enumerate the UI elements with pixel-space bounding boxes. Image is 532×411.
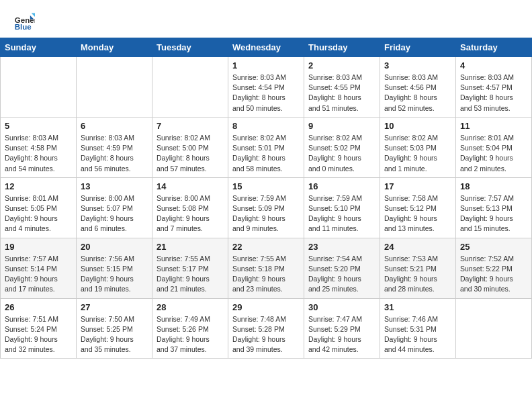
calendar-week-row: 26Sunrise: 7:51 AMSunset: 5:24 PMDayligh… (1, 298, 532, 359)
day-header-tuesday: Tuesday (152, 38, 228, 57)
day-number: 7 (157, 121, 224, 131)
day-info: Sunrise: 8:03 AMSunset: 4:55 PMDaylight:… (308, 73, 375, 113)
logo-icon: General Blue (13, 11, 35, 32)
day-number: 29 (232, 302, 300, 312)
day-info: Sunrise: 7:47 AMSunset: 5:29 PMDaylight:… (308, 314, 375, 355)
day-number: 23 (308, 242, 375, 252)
day-info: Sunrise: 8:02 AMSunset: 5:03 PMDaylight:… (384, 133, 451, 174)
calendar-week-row: 12Sunrise: 8:01 AMSunset: 5:05 PMDayligh… (1, 177, 532, 238)
calendar-cell: 12Sunrise: 8:01 AMSunset: 5:05 PMDayligh… (1, 177, 77, 238)
calendar-cell: 13Sunrise: 8:00 AMSunset: 5:07 PMDayligh… (77, 177, 152, 238)
day-number: 20 (81, 242, 148, 252)
day-info: Sunrise: 7:48 AMSunset: 5:28 PMDaylight:… (232, 314, 300, 355)
calendar-cell: 26Sunrise: 7:51 AMSunset: 5:24 PMDayligh… (1, 298, 77, 359)
day-number: 12 (5, 181, 72, 191)
calendar-cell: 18Sunrise: 7:57 AMSunset: 5:13 PMDayligh… (456, 177, 532, 238)
day-info: Sunrise: 8:00 AMSunset: 5:08 PMDaylight:… (157, 193, 224, 234)
day-number: 11 (460, 121, 527, 131)
day-header-sunday: Sunday (1, 38, 77, 57)
day-info: Sunrise: 8:02 AMSunset: 5:00 PMDaylight:… (157, 133, 224, 174)
calendar-cell: 28Sunrise: 7:49 AMSunset: 5:26 PMDayligh… (152, 298, 228, 359)
day-info: Sunrise: 7:50 AMSunset: 5:25 PMDaylight:… (81, 314, 148, 355)
day-number: 4 (460, 60, 527, 71)
day-header-wednesday: Wednesday (228, 38, 304, 57)
day-number: 30 (308, 302, 375, 312)
day-header-friday: Friday (380, 38, 456, 57)
day-info: Sunrise: 8:03 AMSunset: 4:59 PMDaylight:… (81, 133, 148, 174)
day-info: Sunrise: 7:59 AMSunset: 5:10 PMDaylight:… (308, 193, 375, 234)
day-info: Sunrise: 8:01 AMSunset: 5:05 PMDaylight:… (5, 193, 72, 234)
day-number: 16 (308, 181, 375, 191)
day-number: 6 (81, 121, 148, 131)
day-number: 17 (384, 181, 451, 191)
calendar-cell: 5Sunrise: 8:03 AMSunset: 4:58 PMDaylight… (1, 117, 77, 177)
day-number: 28 (157, 302, 224, 312)
calendar-week-row: 1Sunrise: 8:03 AMSunset: 4:54 PMDaylight… (1, 57, 532, 118)
calendar-cell: 10Sunrise: 8:02 AMSunset: 5:03 PMDayligh… (380, 117, 456, 177)
calendar-cell: 3Sunrise: 8:03 AMSunset: 4:56 PMDaylight… (380, 57, 456, 118)
day-header-monday: Monday (77, 38, 152, 57)
day-info: Sunrise: 8:03 AMSunset: 4:58 PMDaylight:… (5, 133, 72, 174)
day-info: Sunrise: 8:00 AMSunset: 5:07 PMDaylight:… (81, 193, 148, 234)
page-header: General Blue (0, 0, 532, 38)
calendar-cell: 21Sunrise: 7:55 AMSunset: 5:17 PMDayligh… (152, 238, 228, 298)
day-number: 13 (81, 181, 148, 191)
calendar-header-row: SundayMondayTuesdayWednesdayThursdayFrid… (1, 38, 532, 57)
day-number: 8 (232, 121, 300, 131)
day-info: Sunrise: 8:01 AMSunset: 5:04 PMDaylight:… (460, 133, 527, 174)
day-number: 1 (232, 60, 300, 71)
day-number: 15 (232, 181, 300, 191)
day-info: Sunrise: 8:03 AMSunset: 4:56 PMDaylight:… (384, 73, 451, 113)
calendar-cell: 22Sunrise: 7:55 AMSunset: 5:18 PMDayligh… (228, 238, 304, 298)
calendar-cell: 15Sunrise: 7:59 AMSunset: 5:09 PMDayligh… (228, 177, 304, 238)
day-number: 25 (460, 242, 527, 252)
calendar-cell: 16Sunrise: 7:59 AMSunset: 5:10 PMDayligh… (304, 177, 380, 238)
day-info: Sunrise: 7:49 AMSunset: 5:26 PMDaylight:… (157, 314, 224, 355)
calendar-table: SundayMondayTuesdayWednesdayThursdayFrid… (0, 38, 532, 359)
day-number: 9 (308, 121, 375, 131)
day-info: Sunrise: 7:54 AMSunset: 5:20 PMDaylight:… (308, 254, 375, 295)
calendar-cell: 7Sunrise: 8:02 AMSunset: 5:00 PMDaylight… (152, 117, 228, 177)
day-number: 21 (157, 242, 224, 252)
calendar-cell: 4Sunrise: 8:03 AMSunset: 4:57 PMDaylight… (456, 57, 532, 118)
calendar-cell (77, 57, 152, 118)
day-info: Sunrise: 8:02 AMSunset: 5:01 PMDaylight:… (232, 133, 300, 174)
svg-text:Blue: Blue (15, 23, 32, 31)
calendar-cell (1, 57, 77, 118)
calendar-cell: 2Sunrise: 8:03 AMSunset: 4:55 PMDaylight… (304, 57, 380, 118)
day-number: 3 (384, 60, 451, 71)
day-info: Sunrise: 7:57 AMSunset: 5:13 PMDaylight:… (460, 193, 527, 234)
day-header-thursday: Thursday (304, 38, 380, 57)
day-number: 18 (460, 181, 527, 191)
calendar-cell: 25Sunrise: 7:52 AMSunset: 5:22 PMDayligh… (456, 238, 532, 298)
logo: General Blue (13, 11, 38, 32)
day-number: 14 (157, 181, 224, 191)
calendar-cell: 31Sunrise: 7:46 AMSunset: 5:31 PMDayligh… (380, 298, 456, 359)
day-number: 27 (81, 302, 148, 312)
day-number: 19 (5, 242, 72, 252)
day-number: 26 (5, 302, 72, 312)
day-info: Sunrise: 8:03 AMSunset: 4:57 PMDaylight:… (460, 73, 527, 113)
calendar-cell: 23Sunrise: 7:54 AMSunset: 5:20 PMDayligh… (304, 238, 380, 298)
day-header-saturday: Saturday (456, 38, 532, 57)
calendar-week-row: 5Sunrise: 8:03 AMSunset: 4:58 PMDaylight… (1, 117, 532, 177)
calendar-cell: 20Sunrise: 7:56 AMSunset: 5:15 PMDayligh… (77, 238, 152, 298)
calendar-cell (152, 57, 228, 118)
day-number: 5 (5, 121, 72, 131)
day-info: Sunrise: 7:51 AMSunset: 5:24 PMDaylight:… (5, 314, 72, 355)
day-info: Sunrise: 7:59 AMSunset: 5:09 PMDaylight:… (232, 193, 300, 234)
calendar-cell: 14Sunrise: 8:00 AMSunset: 5:08 PMDayligh… (152, 177, 228, 238)
calendar-cell: 11Sunrise: 8:01 AMSunset: 5:04 PMDayligh… (456, 117, 532, 177)
day-info: Sunrise: 7:52 AMSunset: 5:22 PMDaylight:… (460, 254, 527, 295)
day-info: Sunrise: 8:02 AMSunset: 5:02 PMDaylight:… (308, 133, 375, 174)
calendar-cell: 1Sunrise: 8:03 AMSunset: 4:54 PMDaylight… (228, 57, 304, 118)
calendar-cell: 9Sunrise: 8:02 AMSunset: 5:02 PMDaylight… (304, 117, 380, 177)
day-info: Sunrise: 8:03 AMSunset: 4:54 PMDaylight:… (232, 73, 300, 113)
calendar-cell: 6Sunrise: 8:03 AMSunset: 4:59 PMDaylight… (77, 117, 152, 177)
day-number: 24 (384, 242, 451, 252)
calendar-cell: 27Sunrise: 7:50 AMSunset: 5:25 PMDayligh… (77, 298, 152, 359)
day-info: Sunrise: 7:46 AMSunset: 5:31 PMDaylight:… (384, 314, 451, 355)
day-info: Sunrise: 7:55 AMSunset: 5:18 PMDaylight:… (232, 254, 300, 295)
calendar-cell: 24Sunrise: 7:53 AMSunset: 5:21 PMDayligh… (380, 238, 456, 298)
day-info: Sunrise: 7:55 AMSunset: 5:17 PMDaylight:… (157, 254, 224, 295)
